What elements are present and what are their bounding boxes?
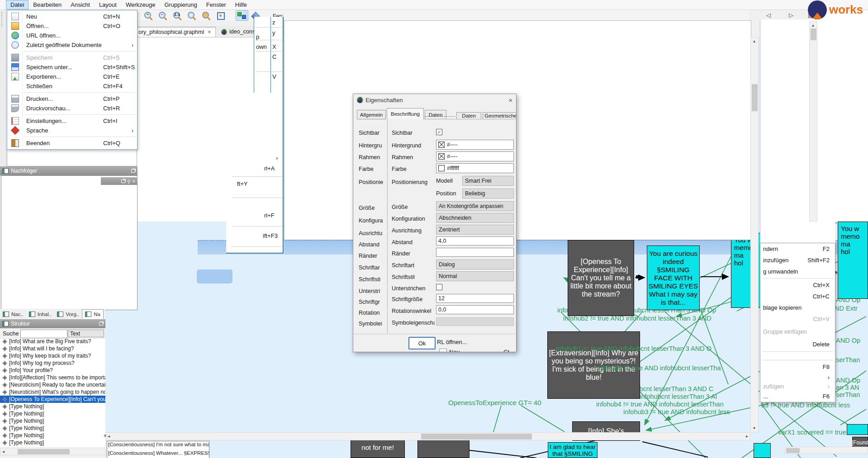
edge-label[interactable]: infohub2 != true AND infohubcnt lesserTh…	[597, 364, 721, 372]
context-item-hinzufuegen[interactable]: inzufügenShift+F2	[760, 255, 835, 266]
scroll-left-icon[interactable]: ◂	[2, 449, 5, 455]
menu-item-einstellungen[interactable]: Einstellungen...Ctrl+I	[7, 116, 137, 126]
rotationswinkel-input[interactable]: 0,0	[436, 305, 514, 314]
context-item-umwandeln[interactable]: g umwandeln	[760, 266, 835, 277]
restore-icon[interactable]	[121, 179, 125, 183]
menu-datei[interactable]: Datei	[6, 0, 28, 9]
suggestion-item[interactable]: [Conscientiousness] Whatever... §EXPRESS	[107, 450, 209, 458]
edge-label-fragment[interactable]: AND Op	[836, 377, 860, 384]
farbe-color-combo[interactable]: #ffffff	[436, 163, 514, 173]
scroll-right-icon[interactable]: ▸	[746, 433, 748, 439]
ausrichtung-dropdown[interactable]: Zentriert	[436, 225, 514, 235]
menu-item-url-oeffnen[interactable]: URL öffnen...	[7, 31, 137, 40]
edge-label-fragment[interactable]: serThan	[836, 391, 860, 398]
tree-item[interactable]: [Type Nothing]	[0, 403, 105, 410]
menu-ansicht[interactable]: Ansicht	[66, 0, 94, 9]
konfiguration-dropdown[interactable]: Abschneiden	[436, 213, 514, 223]
menu-item-schliessen[interactable]: SchließenCtrl+F4	[7, 81, 137, 91]
menu-hilfe[interactable]: Hilfe	[231, 0, 251, 9]
scrollbar-thumb[interactable]	[18, 449, 70, 454]
edge-label-fragment[interactable]: ND Extr	[835, 305, 858, 312]
schriftgroesse-input[interactable]: 12	[436, 294, 514, 303]
scrollbar-thumb[interactable]	[786, 448, 800, 453]
context-item-kopieren[interactable]: Ctrl+C	[760, 291, 835, 302]
scrollbar-thumb[interactable]	[811, 28, 816, 40]
menu-item-speichern-unter[interactable]: Speichern unter...Ctrl+Shift+S	[7, 62, 137, 72]
edge-label-fragment[interactable]: b3 != true AND infohubcnt less	[761, 401, 850, 409]
tab-geometrische-form[interactable]: Geometrische Form	[483, 112, 517, 119]
search-input[interactable]	[20, 330, 67, 338]
canvas-scrollbar-horizontal[interactable]: ◂ ▸	[105, 432, 750, 440]
tree-item[interactable]: [Info][Affection] This seems to be impor…	[0, 374, 105, 381]
modell-dropdown[interactable]: Smart Frei	[462, 176, 514, 186]
context-item-zwischenablage[interactable]: blage kopieren	[760, 302, 835, 313]
dock-tab-vorgaenger[interactable]: Vorg..	[54, 310, 82, 319]
zoom-icon[interactable]	[187, 11, 198, 21]
tree-item[interactable]: [Info] Your profile?	[0, 367, 105, 374]
ok-button[interactable]: Ok	[408, 337, 436, 349]
tree-item[interactable]: [Info] Why keep track of my traits?	[0, 352, 105, 359]
scrollbar-thumb[interactable]	[752, 84, 758, 111]
menu-gruppierung[interactable]: Gruppierung	[160, 0, 201, 9]
context-item-submenu[interactable]: ›	[760, 373, 835, 382]
context-item-aendern[interactable]: ndernF2	[760, 243, 835, 255]
close-icon[interactable]: ×	[104, 433, 107, 439]
tab-allgemein[interactable]: Allgemein	[357, 110, 386, 119]
dock-grip[interactable]	[1, 12, 5, 26]
zoom-original-icon[interactable]: 1:1	[172, 11, 183, 21]
tab-daten-overlay[interactable]: Daten	[456, 112, 481, 119]
tab-beschriftung[interactable]: Beschriftung	[387, 108, 424, 119]
pin-icon[interactable]	[128, 180, 130, 183]
dock-tab-inhalt[interactable]: Inhal..	[26, 310, 54, 319]
tree-item[interactable]: [Neuroticism] What's going to happen now	[0, 388, 105, 396]
menu-bearbeiten[interactable]: Bearbeiten	[29, 0, 66, 9]
dock-tab-active[interactable]: Na	[82, 309, 104, 319]
scrollbar-vertical-right-pane[interactable]: ▴	[809, 21, 817, 222]
groesse-dropdown[interactable]: An Knotengröße anpassen	[436, 201, 514, 211]
suggestion-item[interactable]: [Conscientiousness] I'm not sure what to…	[107, 441, 209, 450]
canvas-scrollbar-vertical[interactable]: ▴ ▾	[750, 37, 759, 432]
node-openess-question[interactable]: [Openess To Experience][Info] Can't you …	[568, 240, 634, 316]
menu-item-drucken[interactable]: Drucken...Ctrl+P	[7, 94, 137, 104]
nav-forward-icon[interactable]: ▷	[789, 12, 793, 19]
zoom-area-icon[interactable]	[201, 11, 212, 21]
raender-input[interactable]	[436, 248, 514, 257]
context-item-loeschen[interactable]: Delete	[760, 338, 835, 350]
sichtbar-checkbox[interactable]: ✓	[436, 129, 442, 135]
menu-item-druckvorschau[interactable]: Druckvorschau...Ctrl+R	[7, 104, 137, 113]
menu-layout[interactable]: Layout	[95, 0, 121, 9]
edit-mode-icon[interactable]	[236, 10, 248, 21]
context-item-ausschneiden[interactable]: Ctrl+X	[760, 279, 835, 291]
scroll-down-icon[interactable]: ▾	[753, 425, 755, 431]
tab-daten[interactable]: Daten	[425, 110, 446, 119]
edge-label-fragment[interactable]: serThan	[836, 356, 860, 364]
menu-item-sprache[interactable]: Sprache›	[7, 126, 137, 135]
menu-item-neu[interactable]: NeuCtrl+N	[7, 12, 137, 21]
menu-fenster[interactable]: Fenster	[202, 0, 230, 9]
menu-item-beenden[interactable]: BeendenCtrl+Q	[7, 138, 137, 148]
edge-label[interactable]: infohub3 != true AND infohubcnt less	[623, 408, 730, 416]
menu-werkzeuge[interactable]: Werkzeuge	[122, 0, 160, 9]
node-memory-right[interactable]: You w memo ma hol	[838, 222, 868, 299]
nav-back-icon[interactable]: ◁	[766, 12, 771, 19]
tree-item[interactable]: [Type Nothing]	[0, 417, 105, 425]
edge-label-fragment[interactable]: an 3 AN	[836, 384, 859, 391]
edge-label[interactable]: infohub1 != true AND infohubcnt lesserTh…	[556, 345, 711, 352]
tree-item[interactable]: [Info] Why log my process?	[0, 359, 105, 367]
edge-label-varx1[interactable]: varX1 scovered == true	[778, 429, 846, 436]
scroll-up-icon[interactable]: ▴	[812, 22, 814, 28]
tab-document-active[interactable]: ory_philosophical.graphml ×	[134, 27, 216, 37]
zoom-in-icon[interactable]: +	[143, 11, 154, 21]
context-item-blank[interactable]	[760, 353, 835, 359]
float-icon[interactable]	[99, 322, 103, 326]
dock-tab-nachfolger[interactable]: Nac..	[0, 310, 26, 319]
scroll-left-icon[interactable]: ◂	[108, 433, 110, 439]
edge-label-fragment[interactable]: AND Op	[836, 337, 860, 344]
node-glad-to-hear[interactable]: I am glad to hear that §SMILING	[548, 442, 598, 458]
close-icon[interactable]: ×	[133, 179, 135, 184]
tree-item[interactable]: [Type Nothing]	[0, 425, 105, 432]
scrollbar-horizontal-bottom-right[interactable]	[785, 447, 868, 454]
schriftstil-dropdown[interactable]: Normal	[436, 271, 514, 281]
menu-item-exportieren[interactable]: Exportieren...Ctrl+E	[7, 72, 137, 81]
node-cyan-small[interactable]	[754, 443, 771, 458]
